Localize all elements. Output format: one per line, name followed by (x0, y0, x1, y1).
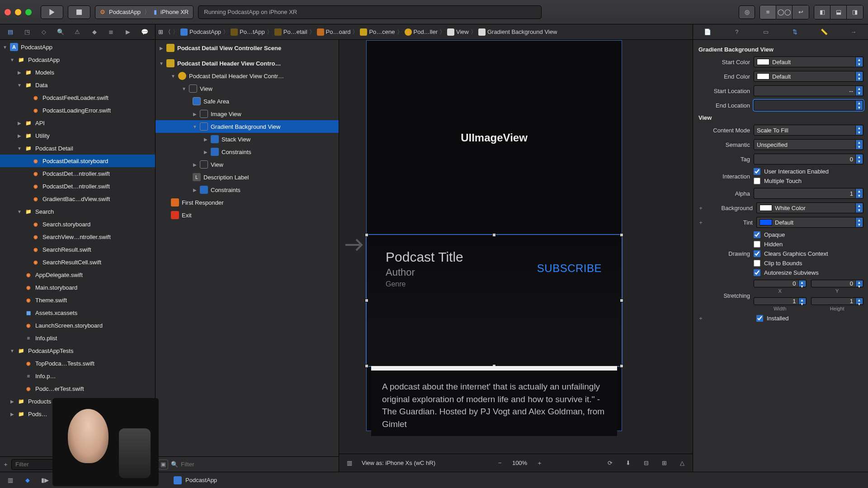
pin-icon[interactable]: ⊞ (658, 457, 670, 469)
attributes-inspector-tab[interactable]: ⇅ (789, 26, 802, 38)
tag-field[interactable]: 0▲▼ (754, 154, 863, 164)
group-search[interactable]: ▼📁Search (0, 205, 155, 218)
group-api[interactable]: ▶📁API (0, 117, 155, 129)
align-icon[interactable]: ⊟ (640, 457, 652, 469)
resolve-issues-icon[interactable]: △ (676, 457, 688, 469)
content-mode-field[interactable]: Scale To Fill▲▼ (754, 125, 863, 136)
file-search-result[interactable]: ◉SearchResult.swift (0, 243, 155, 256)
stretch-w-field[interactable]: 1▲▼ (754, 297, 807, 305)
add-icon[interactable]: ＋ (3, 460, 9, 469)
process-selector[interactable]: PodcastApp (174, 476, 217, 484)
file-appdelegate[interactable]: ◉AppDelegate.swift (0, 268, 155, 281)
toggle-inspector[interactable]: ◨ (847, 5, 863, 19)
toggle-debug-area[interactable]: ⬓ (830, 5, 847, 19)
add-background-icon[interactable]: + (698, 205, 704, 211)
file-tests-info[interactable]: ≡Info.p… (0, 370, 155, 382)
device-frame[interactable]: UIImageView Podcast Title (366, 40, 622, 431)
continue-icon[interactable]: ▮▶ (39, 474, 51, 486)
start-location-field[interactable]: --▲▼ (754, 85, 863, 96)
clears-context-checkbox[interactable]: Clears Graphics Context (754, 250, 828, 257)
toggle-navigator[interactable]: ◧ (814, 5, 830, 19)
semantic-field[interactable]: Unspecified▲▼ (754, 139, 863, 150)
multiple-touch-checkbox[interactable]: Multiple Touch (754, 178, 829, 184)
background-field[interactable]: White Color▲▼ (756, 202, 863, 213)
report-navigator-tab[interactable]: 💬 (139, 26, 151, 38)
embed-in-icon[interactable]: ⬇ (622, 457, 634, 469)
alpha-field[interactable]: 1▲▼ (754, 188, 863, 199)
file-main-storyboard[interactable]: ◉Main.storyboard (0, 281, 155, 294)
file-assets[interactable]: ▦Assets.xcassets (0, 306, 155, 319)
view-as-label[interactable]: View as: iPhone Xs (wC hR) (362, 460, 435, 466)
file-loader-test[interactable]: ◉Podc…erTest.swift (0, 382, 155, 395)
issue-navigator-tab[interactable]: ⚠ (71, 26, 83, 38)
file-feedloader[interactable]: ◉PodcastFeedLoader.swift (0, 91, 155, 104)
back-icon[interactable]: 〈 (165, 28, 171, 36)
clip-bounds-checkbox[interactable]: Clip to Bounds (754, 260, 828, 267)
run-button[interactable] (41, 5, 63, 19)
window-close[interactable] (5, 9, 11, 15)
connections-inspector-tab[interactable]: → (847, 26, 860, 38)
test-navigator-tab[interactable]: ◆ (89, 26, 100, 38)
group-data[interactable]: ▼📁Data (0, 79, 155, 91)
update-frames-icon[interactable]: ⟳ (604, 457, 616, 469)
file-loadingerror[interactable]: ◉PodcastLoadingError.swift (0, 104, 155, 117)
author-label[interactable]: Author (386, 267, 463, 278)
hide-outline-icon[interactable]: ▥ (344, 457, 355, 469)
outline-constraints-1[interactable]: ▶Constraints (156, 145, 339, 158)
file-detail-storyboard[interactable]: ◉PodcastDetail.storyboard (0, 155, 155, 167)
related-items-icon[interactable]: ⊞ (158, 28, 163, 35)
outline-scene[interactable]: ▶Podcast Detail View Controller Scene (156, 42, 339, 54)
add-variation-icon[interactable]: + (698, 315, 704, 322)
window-zoom[interactable] (25, 9, 32, 15)
genre-label[interactable]: Genre (386, 280, 463, 288)
outline-constraints-2[interactable]: ▶Constraints (156, 183, 339, 196)
file-launchscreen[interactable]: ◉LaunchScreen.storyboard (0, 319, 155, 332)
outline-safe-area[interactable]: Safe Area (156, 95, 339, 108)
group-tests[interactable]: ▼📁PodcastAppTests (0, 344, 155, 357)
outline-vc-scene[interactable]: ▼Podcast Detail Header View Contro… (156, 57, 339, 70)
quick-help-tab[interactable]: ? (731, 26, 743, 38)
subscribe-button[interactable]: SUBSCRIBE (537, 262, 602, 275)
start-color-field[interactable]: Default▲▼ (754, 56, 863, 67)
zoom-out-icon[interactable]: − (494, 457, 506, 469)
autoresize-checkbox[interactable]: Autoresize Subviews (754, 269, 828, 276)
file-inspector-tab[interactable]: 📄 (701, 26, 714, 38)
description-label[interactable]: A podcast about the internet' that is ac… (371, 366, 617, 436)
hide-debug-icon[interactable]: ▥ (5, 474, 16, 486)
outline-vc[interactable]: ▼Podcast Detail Header View Contr… (156, 70, 339, 82)
find-navigator-tab[interactable]: 🔍 (55, 26, 66, 38)
interface-builder-canvas[interactable]: UIImageView Podcast Title (339, 40, 693, 454)
zoom-in-icon[interactable]: ＋ (533, 457, 545, 469)
scheme-selector[interactable]: ⚙ PodcastApp 〉 ▮ iPhone XR (95, 5, 193, 19)
library-button[interactable]: ◎ (739, 5, 755, 19)
window-minimize[interactable] (15, 9, 21, 15)
file-info-plist[interactable]: ≡Info.plist (0, 332, 155, 344)
symbol-navigator-tab[interactable]: ◇ (38, 26, 50, 38)
stretch-y-field[interactable]: 0▲▼ (811, 280, 864, 287)
group-utility[interactable]: ▶📁Utility (0, 129, 155, 142)
panel-toggles[interactable]: ◧ ⬓ ◨ (814, 5, 863, 19)
outline-filter[interactable] (181, 459, 336, 470)
group-app[interactable]: ▼📁PodcastApp (0, 53, 155, 66)
file-gradient-view[interactable]: ◉GradientBac…dView.swift (0, 192, 155, 205)
outline-description-label[interactable]: LDescription Label (156, 171, 339, 183)
group-models[interactable]: ▶📁Models (0, 66, 155, 79)
hidden-checkbox[interactable]: Hidden (754, 241, 828, 248)
stretch-x-field[interactable]: 0▲▼ (754, 280, 807, 287)
editor-mode-segmented[interactable]: ≡ ◯◯ ↩ (760, 5, 809, 19)
installed-checkbox[interactable]: Installed (756, 315, 788, 322)
podcast-title-label[interactable]: Podcast Title (386, 249, 463, 265)
file-search-cell[interactable]: ◉SearchResultCell.swift (0, 256, 155, 268)
uiimageview-placeholder[interactable]: UIImageView (367, 41, 622, 235)
outline-first-responder[interactable]: First Responder (156, 196, 339, 209)
assistant-editor[interactable]: ◯◯ (776, 5, 793, 19)
end-location-field[interactable]: ▲▼ (754, 100, 863, 111)
source-control-navigator-tab[interactable]: ◳ (21, 26, 33, 38)
stretch-h-field[interactable]: 1▲▼ (811, 297, 864, 305)
file-theme[interactable]: ◉Theme.swift (0, 294, 155, 306)
file-detail-controller-2[interactable]: ◉PodcastDet…ntroller.swift (0, 180, 155, 192)
outline-image-view[interactable]: ▶Image View (156, 108, 339, 120)
opaque-checkbox[interactable]: Opaque (754, 231, 828, 238)
tint-field[interactable]: Default▲▼ (756, 217, 863, 228)
file-search-vc[interactable]: ◉SearchView…ntroller.swift (0, 230, 155, 243)
